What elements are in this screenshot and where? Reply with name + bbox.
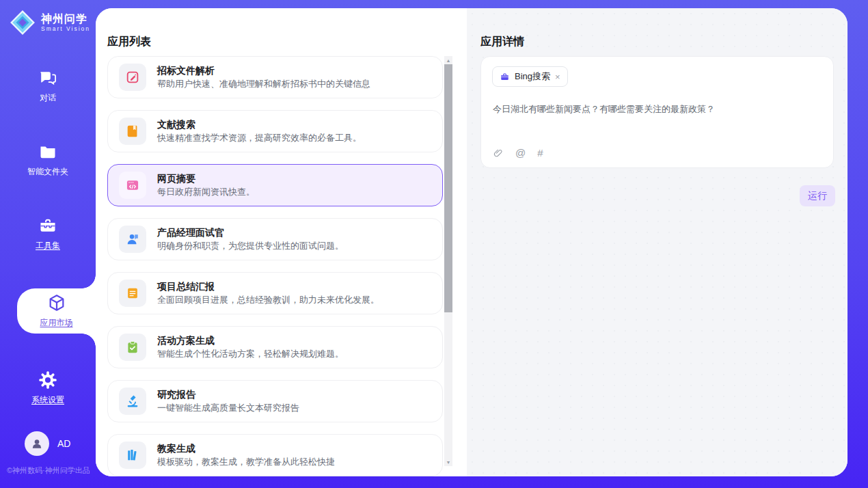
app-card[interactable]: 活动方案生成 智能生成个性化活动方案，轻松解决规划难题。 xyxy=(107,326,443,368)
folder-icon xyxy=(38,142,57,161)
cube-icon xyxy=(47,293,66,312)
app-list-title: 应用列表 xyxy=(107,35,151,49)
scroll-up-icon[interactable]: ▲ xyxy=(444,56,452,64)
app-card[interactable]: 招标文件解析 帮助用户快速、准确地理解和解析招标书中的关键信息 xyxy=(107,56,443,98)
app-card-desc: 一键智能生成高质量长文本研究报告 xyxy=(157,403,299,414)
tool-tag-label: Bing搜索 xyxy=(515,70,550,83)
copyright-text: ©神州数码·神州问学出品 xyxy=(7,465,96,476)
sidebar-item-folder[interactable]: 智能文件夹 xyxy=(0,141,96,179)
sidebar-item-chat[interactable]: 对话 xyxy=(0,67,96,105)
interviewer-icon xyxy=(119,226,146,253)
brand-logo: 神州问学 Smart Vision xyxy=(10,10,96,36)
app-card[interactable]: 文献搜索 快速精准查找学术资源，提高研究效率的必备工具。 xyxy=(107,110,443,152)
app-card-title: 研究报告 xyxy=(157,389,299,401)
app-detail-title: 应用详情 xyxy=(480,35,524,49)
toolbox-icon xyxy=(38,216,57,235)
app-card-title: 教案生成 xyxy=(157,443,335,455)
app-card-title: 网页摘要 xyxy=(157,173,255,185)
app-card-title: 招标文件解析 xyxy=(157,65,370,77)
app-card-desc: 快速精准查找学术资源，提高研究效率的必备工具。 xyxy=(157,133,362,144)
book-icon xyxy=(119,118,146,145)
mention-icon[interactable]: @ xyxy=(515,148,526,159)
app-card[interactable]: 教案生成 模板驱动，教案生成，教学准备从此轻松快捷 xyxy=(107,434,443,476)
app-card-desc: 帮助用户快速、准确地理解和解析招标书中的关键信息 xyxy=(157,79,370,90)
app-detail-panel: 应用详情 Bing搜索 × 今日湖北有哪些新闻要点？有哪些需要关注的最新政策？ … xyxy=(467,8,847,476)
sidebar: 神州问学 Smart Vision 对话 智能文件夹 工具集 应用市场 系统设置 xyxy=(0,0,96,488)
tool-tag-bing-search[interactable]: Bing搜索 × xyxy=(492,66,568,87)
app-list-panel: 应用列表 招标文件解析 帮助用户快速、准确地理解和解析招标书中的关键信息 文献搜… xyxy=(96,8,467,476)
sidebar-nav: 对话 智能文件夹 工具集 应用市场 系统设置 xyxy=(0,67,96,407)
sidebar-item-label: 工具集 xyxy=(36,240,60,252)
close-icon[interactable]: × xyxy=(555,72,560,81)
hash-icon[interactable]: # xyxy=(537,148,543,159)
sidebar-item-gear[interactable]: 系统设置 xyxy=(0,369,96,407)
web-code-icon xyxy=(119,172,146,199)
clipboard-check-icon xyxy=(119,334,146,361)
app-card-desc: 全面回顾项目进展，总结经验教训，助力未来优化发展。 xyxy=(157,295,379,306)
sidebar-item-label: 智能文件夹 xyxy=(27,166,68,178)
app-card-title: 活动方案生成 xyxy=(157,335,344,347)
app-card[interactable]: 网页摘要 每日政府新闻资讯快查。 xyxy=(107,164,443,206)
app-card[interactable]: 研究报告 一键智能生成高质量长文本研究报告 xyxy=(107,380,443,422)
sidebar-item-cube[interactable]: 应用市场 xyxy=(17,288,96,334)
brand-tagline: Smart Vision xyxy=(41,25,90,32)
brand-diamond-icon xyxy=(10,10,36,36)
app-card-desc: 智能生成个性化活动方案，轻松解决规划难题。 xyxy=(157,349,344,360)
note-icon xyxy=(119,280,146,307)
doc-edit-icon xyxy=(119,64,146,91)
sidebar-item-label: 对话 xyxy=(40,92,56,104)
sidebar-item-label: 应用市场 xyxy=(40,317,73,329)
app-card-desc: 模板驱动，教案生成，教学准备从此轻松快捷 xyxy=(157,457,335,467)
run-button[interactable]: 运行 xyxy=(800,185,835,206)
briefcase-icon xyxy=(500,72,510,82)
content-window: 应用列表 招标文件解析 帮助用户快速、准确地理解和解析招标书中的关键信息 文献搜… xyxy=(96,8,847,476)
gear-icon xyxy=(38,370,57,390)
chat-icon xyxy=(38,68,57,87)
sidebar-item-label: 系统设置 xyxy=(31,394,64,406)
app-card-list: 招标文件解析 帮助用户快速、准确地理解和解析招标书中的关键信息 文献搜索 快速精… xyxy=(107,56,443,476)
prompt-card: Bing搜索 × 今日湖北有哪些新闻要点？有哪些需要关注的最新政策？ @ # xyxy=(480,56,834,168)
attachment-icon[interactable] xyxy=(493,148,504,159)
app-card-desc: 明确身份和职责，为您提供专业性的面试问题。 xyxy=(157,241,344,252)
books-icon xyxy=(119,442,146,469)
avatar xyxy=(25,431,49,456)
brand-name: 神州问学 xyxy=(41,13,90,25)
user-menu[interactable]: AD xyxy=(25,431,96,456)
app-card[interactable]: 项目总结汇报 全面回顾项目进展，总结经验教训，助力未来优化发展。 xyxy=(107,272,443,314)
app-card[interactable]: 产品经理面试官 明确身份和职责，为您提供专业性的面试问题。 xyxy=(107,218,443,260)
list-scrollbar[interactable]: ▲ ▼ xyxy=(444,56,452,466)
prompt-input[interactable]: 今日湖北有哪些新闻要点？有哪些需要关注的最新政策？ xyxy=(493,103,822,116)
scroll-down-icon[interactable]: ▼ xyxy=(444,458,452,466)
scrollbar-thumb[interactable] xyxy=(444,64,452,312)
user-initials: AD xyxy=(57,438,70,449)
microscope-icon xyxy=(119,388,146,415)
app-card-title: 文献搜索 xyxy=(157,119,362,131)
app-card-title: 项目总结汇报 xyxy=(157,281,379,293)
app-card-title: 产品经理面试官 xyxy=(157,227,344,239)
sidebar-item-toolbox[interactable]: 工具集 xyxy=(0,215,96,253)
app-card-desc: 每日政府新闻资讯快查。 xyxy=(157,187,255,198)
